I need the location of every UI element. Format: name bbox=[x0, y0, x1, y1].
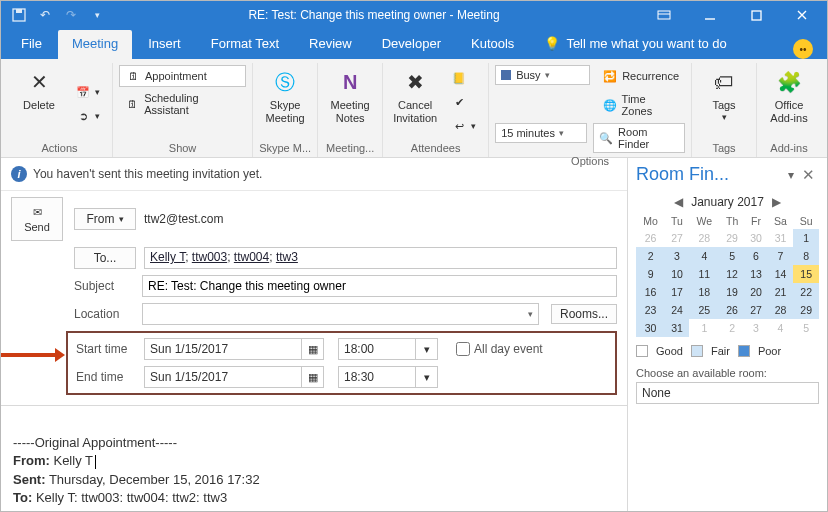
tab-insert[interactable]: Insert bbox=[134, 30, 195, 59]
cal-day[interactable]: 22 bbox=[793, 283, 819, 301]
recurrence-button[interactable]: 🔁Recurrence bbox=[596, 65, 685, 87]
end-time-field[interactable]: 18:30▾ bbox=[338, 366, 438, 388]
cal-day[interactable]: 30 bbox=[636, 319, 665, 337]
skype-meeting-button[interactable]: ⓈSkype Meeting bbox=[259, 65, 311, 124]
cal-day[interactable]: 20 bbox=[744, 283, 767, 301]
show-as-dropdown[interactable]: Busy▾ bbox=[495, 65, 590, 85]
cal-day[interactable]: 21 bbox=[768, 283, 794, 301]
cancel-invitation-button[interactable]: ✖︎Cancel Invitation bbox=[389, 65, 441, 124]
cal-day[interactable]: 25 bbox=[689, 301, 720, 319]
tab-kutools[interactable]: Kutools bbox=[457, 30, 528, 59]
appointment-button[interactable]: 🗓Appointment bbox=[119, 65, 246, 87]
cal-day[interactable]: 4 bbox=[689, 247, 720, 265]
maximize-icon[interactable] bbox=[735, 1, 777, 29]
cal-day[interactable]: 7 bbox=[768, 247, 794, 265]
meeting-notes-button[interactable]: NMeeting Notes bbox=[324, 65, 376, 124]
cal-day[interactable]: 27 bbox=[744, 301, 767, 319]
location-field[interactable]: ▾ bbox=[142, 303, 539, 325]
cal-day[interactable]: 10 bbox=[665, 265, 689, 283]
available-room-dropdown[interactable]: None bbox=[636, 382, 819, 404]
prev-month-icon[interactable]: ◀ bbox=[674, 195, 683, 209]
calendar-picker-icon[interactable]: ▦ bbox=[301, 367, 323, 387]
address-book-button[interactable]: 📒 bbox=[445, 67, 482, 89]
close-icon[interactable] bbox=[781, 1, 823, 29]
reminder-dropdown[interactable]: 15 minutes▾ bbox=[495, 123, 587, 143]
cal-day[interactable]: 23 bbox=[636, 301, 665, 319]
cal-day[interactable]: 30 bbox=[744, 229, 767, 247]
pane-options-icon[interactable]: ▾ bbox=[788, 168, 794, 182]
end-date-field[interactable]: Sun 1/15/2017▦ bbox=[144, 366, 324, 388]
cal-day[interactable]: 29 bbox=[720, 229, 744, 247]
message-body[interactable]: -----Original Appointment----- From: Kel… bbox=[1, 405, 627, 512]
check-names-button[interactable]: ✔︎ bbox=[445, 91, 482, 113]
send-button[interactable]: ✉ Send bbox=[11, 197, 63, 241]
undo-icon[interactable]: ↶ bbox=[37, 7, 53, 23]
dropdown-icon[interactable]: ▾ bbox=[415, 339, 437, 359]
cal-day[interactable]: 17 bbox=[665, 283, 689, 301]
feedback-smiley-icon[interactable]: •• bbox=[793, 39, 813, 59]
cal-day[interactable]: 13 bbox=[744, 265, 767, 283]
tab-meeting[interactable]: Meeting bbox=[58, 30, 132, 59]
cal-day[interactable]: 12 bbox=[720, 265, 744, 283]
tab-review[interactable]: Review bbox=[295, 30, 366, 59]
start-date-field[interactable]: Sun 1/15/2017▦ bbox=[144, 338, 324, 360]
cal-day[interactable]: 5 bbox=[720, 247, 744, 265]
cal-day[interactable]: 6 bbox=[744, 247, 767, 265]
cal-day[interactable]: 31 bbox=[665, 319, 689, 337]
calendar-picker-icon[interactable]: ▦ bbox=[301, 339, 323, 359]
time-zones-button[interactable]: 🌐Time Zones bbox=[596, 90, 685, 120]
start-time-field[interactable]: 18:00▾ bbox=[338, 338, 438, 360]
cal-day[interactable]: 8 bbox=[793, 247, 819, 265]
forward-button[interactable]: ➲▾ bbox=[69, 105, 106, 127]
cal-day[interactable]: 2 bbox=[636, 247, 665, 265]
cal-day[interactable]: 11 bbox=[689, 265, 720, 283]
from-button[interactable]: From▾ bbox=[74, 208, 136, 230]
cal-day[interactable]: 18 bbox=[689, 283, 720, 301]
cal-day[interactable]: 29 bbox=[793, 301, 819, 319]
cal-day[interactable]: 26 bbox=[720, 301, 744, 319]
save-icon[interactable] bbox=[11, 7, 27, 23]
cal-day[interactable]: 27 bbox=[665, 229, 689, 247]
qat-more-icon[interactable]: ▾ bbox=[89, 7, 105, 23]
scheduling-assistant-button[interactable]: 🗓Scheduling Assistant bbox=[119, 89, 246, 119]
office-addins-button[interactable]: 🧩Office Add-ins bbox=[763, 65, 815, 124]
rooms-button[interactable]: Rooms... bbox=[551, 304, 617, 324]
cal-day[interactable]: 1 bbox=[689, 319, 720, 337]
cal-day[interactable]: 3 bbox=[665, 247, 689, 265]
delete-button[interactable]: ✕Delete bbox=[13, 65, 65, 112]
response-options-button[interactable]: ↩︎▾ bbox=[445, 115, 482, 137]
dropdown-icon[interactable]: ▾ bbox=[415, 367, 437, 387]
tags-button[interactable]: 🏷Tags▾ bbox=[698, 65, 750, 122]
cal-day[interactable]: 3 bbox=[744, 319, 767, 337]
room-finder-button[interactable]: 🔍Room Finder bbox=[593, 123, 685, 153]
tab-file[interactable]: File bbox=[7, 30, 56, 59]
cal-day[interactable]: 2 bbox=[720, 319, 744, 337]
next-month-icon[interactable]: ▶ bbox=[772, 195, 781, 209]
cal-day[interactable]: 5 bbox=[793, 319, 819, 337]
all-day-checkbox[interactable]: All day event bbox=[456, 342, 543, 356]
tell-me[interactable]: 💡Tell me what you want to do bbox=[530, 30, 740, 59]
redo-icon[interactable]: ↷ bbox=[63, 7, 79, 23]
minimize-icon[interactable] bbox=[689, 1, 731, 29]
cal-day[interactable]: 19 bbox=[720, 283, 744, 301]
cal-day[interactable]: 9 bbox=[636, 265, 665, 283]
cal-day[interactable]: 26 bbox=[636, 229, 665, 247]
subject-field[interactable] bbox=[142, 275, 617, 297]
cal-day[interactable]: 28 bbox=[768, 301, 794, 319]
to-field[interactable]: Kelly T; ttw003; ttw004; ttw3 bbox=[144, 247, 617, 269]
cal-day[interactable]: 1 bbox=[793, 229, 819, 247]
cal-day[interactable]: 14 bbox=[768, 265, 794, 283]
cal-day[interactable]: 28 bbox=[689, 229, 720, 247]
room-finder-pane: Room Fin... ▾ ✕ ◀ January 2017 ▶ MoTuWeT… bbox=[627, 158, 827, 512]
tab-developer[interactable]: Developer bbox=[368, 30, 455, 59]
pane-close-icon[interactable]: ✕ bbox=[798, 166, 819, 184]
cal-day[interactable]: 24 bbox=[665, 301, 689, 319]
cal-day[interactable]: 31 bbox=[768, 229, 794, 247]
cal-day[interactable]: 4 bbox=[768, 319, 794, 337]
ribbon-options-icon[interactable] bbox=[643, 1, 685, 29]
cal-day[interactable]: 15 bbox=[793, 265, 819, 283]
to-button[interactable]: To... bbox=[74, 247, 136, 269]
cal-day[interactable]: 16 bbox=[636, 283, 665, 301]
tab-format-text[interactable]: Format Text bbox=[197, 30, 293, 59]
copy-to-calendar-button[interactable]: 📅▾ bbox=[69, 81, 106, 103]
